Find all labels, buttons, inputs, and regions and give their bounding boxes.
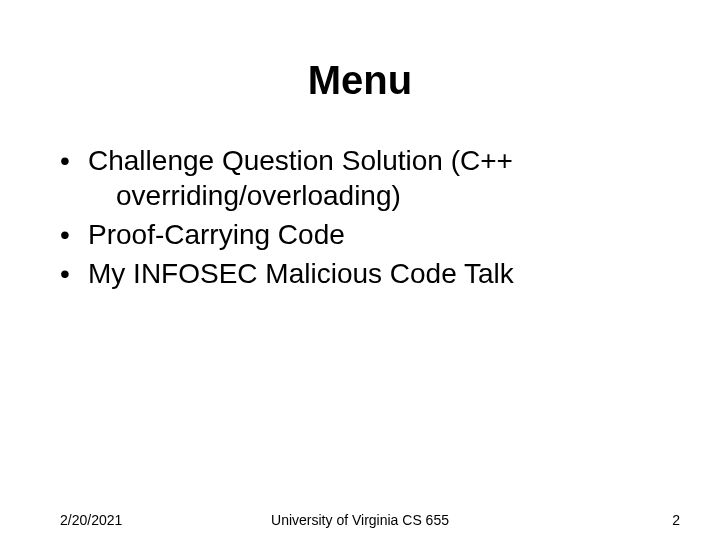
list-item: My INFOSEC Malicious Code Talk xyxy=(60,256,680,291)
list-item: Proof-Carrying Code xyxy=(60,217,680,252)
list-item: Challenge Question Solution (C++ overrid… xyxy=(60,143,680,213)
slide: Menu Challenge Question Solution (C++ ov… xyxy=(0,0,720,540)
slide-title: Menu xyxy=(0,0,720,103)
bullet-text-continuation: overriding/overloading) xyxy=(88,178,680,213)
bullet-list: Challenge Question Solution (C++ overrid… xyxy=(60,143,680,291)
bullet-text: Proof-Carrying Code xyxy=(88,219,345,250)
slide-content: Challenge Question Solution (C++ overrid… xyxy=(0,103,720,291)
bullet-text: Challenge Question Solution (C++ xyxy=(88,145,513,176)
footer-center: University of Virginia CS 655 xyxy=(0,512,720,528)
footer-page-number: 2 xyxy=(672,512,680,528)
bullet-text: My INFOSEC Malicious Code Talk xyxy=(88,258,514,289)
